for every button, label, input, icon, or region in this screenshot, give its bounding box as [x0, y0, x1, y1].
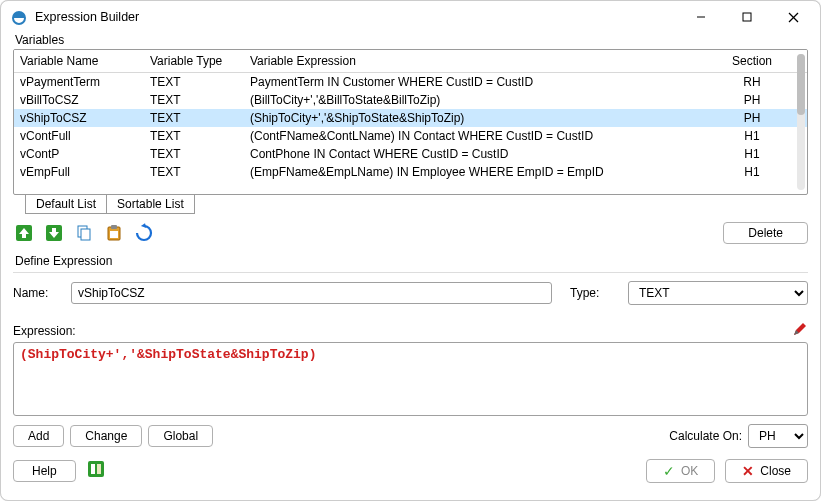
check-icon: ✓: [663, 464, 675, 478]
variables-scrollbar[interactable]: [797, 54, 805, 190]
svg-rect-8: [81, 229, 90, 240]
expression-textarea[interactable]: (ShipToCity+','&ShipToState&ShipToZip): [13, 342, 808, 416]
variables-label: Variables: [15, 33, 808, 47]
delete-button[interactable]: Delete: [723, 222, 808, 244]
close-window-button[interactable]: [770, 2, 816, 32]
cell-expression: (EmpFName&EmpLName) IN Employee WHERE Em…: [244, 163, 697, 181]
cell-section: PH: [697, 91, 807, 109]
move-up-icon[interactable]: [13, 222, 35, 244]
close-button[interactable]: ✕ Close: [725, 459, 808, 483]
scrollbar-thumb[interactable]: [797, 54, 805, 115]
table-row[interactable]: vPaymentTermTEXTPaymentTerm IN Customer …: [14, 73, 807, 92]
help-button[interactable]: Help: [13, 460, 76, 482]
svg-rect-11: [110, 231, 118, 238]
cell-expression: PaymentTerm IN Customer WHERE CustID = C…: [244, 73, 697, 92]
cell-section: H1: [697, 163, 807, 181]
define-expression-label: Define Expression: [15, 254, 808, 268]
col-variable-type[interactable]: Variable Type: [144, 50, 244, 73]
cell-type: TEXT: [144, 163, 244, 181]
cell-name: vPaymentTerm: [14, 73, 144, 92]
edit-expression-icon[interactable]: [792, 321, 808, 340]
svg-rect-14: [97, 464, 101, 474]
window-title: Expression Builder: [35, 10, 678, 24]
calculate-on-select[interactable]: PH: [748, 424, 808, 448]
cell-name: vShipToCSZ: [14, 109, 144, 127]
change-button[interactable]: Change: [70, 425, 142, 447]
cell-expression: (BillToCity+','&BillToState&BillToZip): [244, 91, 697, 109]
tab-sortable-list[interactable]: Sortable List: [106, 195, 195, 214]
cell-name: vEmpFull: [14, 163, 144, 181]
cell-type: TEXT: [144, 145, 244, 163]
maximize-button[interactable]: [724, 2, 770, 32]
expression-label: Expression:: [13, 324, 76, 338]
add-button[interactable]: Add: [13, 425, 64, 447]
svg-rect-10: [111, 225, 117, 229]
ok-button[interactable]: ✓ OK: [646, 459, 715, 483]
table-row[interactable]: vBillToCSZTEXT(BillToCity+','&BillToStat…: [14, 91, 807, 109]
svg-rect-12: [88, 461, 104, 477]
type-label: Type:: [570, 286, 620, 300]
cell-section: H1: [697, 127, 807, 145]
table-row[interactable]: vShipToCSZTEXT(ShipToCity+','&ShipToStat…: [14, 109, 807, 127]
cell-section: RH: [697, 73, 807, 92]
cell-type: TEXT: [144, 109, 244, 127]
copy-icon[interactable]: [73, 222, 95, 244]
table-row[interactable]: vContPTEXTContPhone IN Contact WHERE Cus…: [14, 145, 807, 163]
col-variable-expression[interactable]: Variable Expression: [244, 50, 697, 73]
refresh-icon[interactable]: [133, 222, 155, 244]
col-variable-name[interactable]: Variable Name: [14, 50, 144, 73]
cell-type: TEXT: [144, 127, 244, 145]
paste-icon[interactable]: [103, 222, 125, 244]
col-section[interactable]: Section: [697, 50, 807, 73]
variables-table-container: Variable Name Variable Type Variable Exp…: [13, 49, 808, 195]
cell-expression: (ShipToCity+','&ShipToState&ShipToZip): [244, 109, 697, 127]
cell-expression: ContPhone IN Contact WHERE CustID = Cust…: [244, 145, 697, 163]
move-down-icon[interactable]: [43, 222, 65, 244]
close-icon: ✕: [742, 464, 754, 478]
cell-section: PH: [697, 109, 807, 127]
cell-type: TEXT: [144, 91, 244, 109]
cell-expression: (ContFName&ContLName) IN Contact WHERE C…: [244, 127, 697, 145]
cell-name: vContFull: [14, 127, 144, 145]
app-icon: [11, 9, 27, 25]
table-row[interactable]: vContFullTEXT(ContFName&ContLName) IN Co…: [14, 127, 807, 145]
svg-rect-2: [743, 13, 751, 21]
name-label: Name:: [13, 286, 63, 300]
type-select[interactable]: TEXT: [628, 281, 808, 305]
book-icon[interactable]: [86, 458, 108, 483]
global-button[interactable]: Global: [148, 425, 213, 447]
svg-rect-13: [91, 464, 95, 474]
cell-type: TEXT: [144, 73, 244, 92]
variables-table[interactable]: Variable Name Variable Type Variable Exp…: [14, 50, 807, 181]
calculate-on-label: Calculate On:: [669, 429, 742, 443]
cell-name: vBillToCSZ: [14, 91, 144, 109]
name-input[interactable]: [71, 282, 552, 304]
table-row[interactable]: vEmpFullTEXT(EmpFName&EmpLName) IN Emplo…: [14, 163, 807, 181]
minimize-button[interactable]: [678, 2, 724, 32]
tab-default-list[interactable]: Default List: [25, 195, 107, 214]
cell-name: vContP: [14, 145, 144, 163]
cell-section: H1: [697, 145, 807, 163]
